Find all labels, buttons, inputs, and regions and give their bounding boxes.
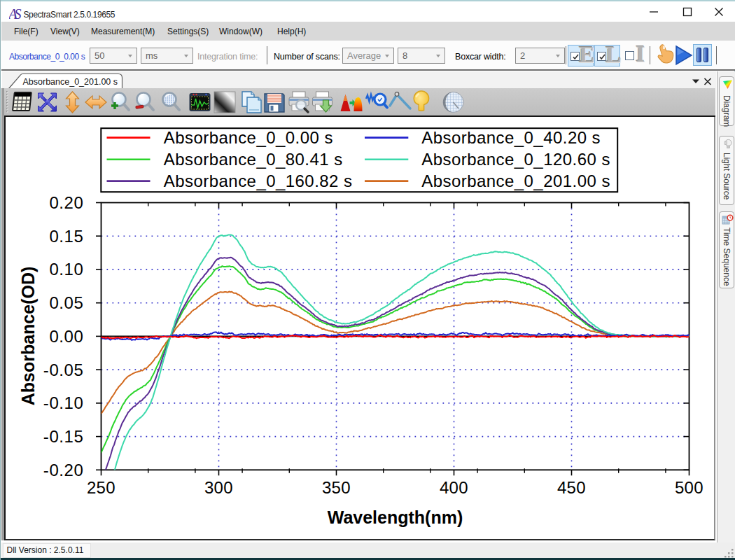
svg-text:Absorbance_0_0.00 s: Absorbance_0_0.00 s [164,128,333,147]
svg-text:-0.15: -0.15 [43,427,84,446]
svg-text:-0.20: -0.20 [43,461,84,479]
svg-text:-0.05: -0.05 [43,360,84,379]
svg-text:400: 400 [440,478,468,497]
svg-text:450: 450 [557,478,586,497]
svg-text:Absorbance_0_201.00 s: Absorbance_0_201.00 s [421,172,610,190]
svg-text:-0.10: -0.10 [43,393,84,412]
svg-text:0.05: 0.05 [49,293,83,312]
svg-text:Absorbance_0_160.82 s: Absorbance_0_160.82 s [164,172,353,190]
svg-text:Absorbance_0_80.41 s: Absorbance_0_80.41 s [164,150,343,169]
svg-text:0.15: 0.15 [49,227,83,246]
svg-text:0.00: 0.00 [49,327,83,346]
svg-text:Absorbance_0_120.60 s: Absorbance_0_120.60 s [421,150,610,169]
svg-text:500: 500 [675,478,704,497]
svg-text:0.20: 0.20 [49,193,83,212]
svg-text:300: 300 [204,478,233,497]
svg-text:0.10: 0.10 [49,260,83,279]
svg-text:350: 350 [322,478,351,497]
svg-text:Absorbance_0_40.20 s: Absorbance_0_40.20 s [421,128,601,147]
svg-text:Absorbance(OD): Absorbance(OD) [18,267,38,406]
svg-text:Wavelength(nm): Wavelength(nm) [328,507,463,527]
svg-text:250: 250 [87,478,115,497]
